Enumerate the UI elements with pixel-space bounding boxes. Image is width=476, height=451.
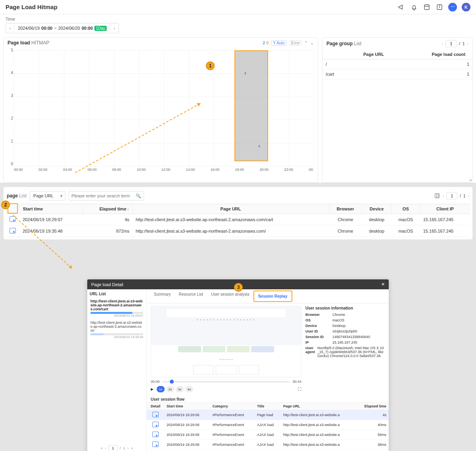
hitmap-title: Page load HITMAP bbox=[8, 40, 49, 46]
col-start[interactable]: Start time bbox=[164, 403, 210, 410]
speed-1x[interactable]: 1x bbox=[157, 386, 165, 392]
time-next-icon[interactable]: › bbox=[110, 23, 119, 33]
hitmap-chart[interactable]: 5 4 3 2 1 0 00:0002:0004:0006:0008:0010:… bbox=[4, 48, 318, 175]
pager-prev-icon[interactable]: ‹ bbox=[105, 446, 106, 450]
avatar[interactable]: K bbox=[462, 3, 470, 11]
more-menu-icon[interactable]: ⋯ bbox=[448, 3, 457, 11]
data-point bbox=[245, 72, 246, 75]
pager-prev-icon[interactable]: ‹ bbox=[442, 42, 443, 46]
table-row[interactable]: 2024/06/19 18:29:08#PerformanceEventAJAX… bbox=[147, 450, 389, 451]
detail-icon[interactable] bbox=[152, 422, 159, 427]
error-toggle[interactable]: Error bbox=[289, 40, 302, 46]
pager-prev-icon[interactable]: ‹ bbox=[443, 194, 444, 198]
callout-2-box bbox=[8, 203, 18, 214]
kv-row: DeviceDesktop bbox=[305, 323, 385, 329]
time-range-picker[interactable]: ‹ 2024/06/19 00:00 ~ 2024/06/20 00:00 1D… bbox=[6, 23, 119, 33]
pager-current-input[interactable] bbox=[445, 40, 457, 47]
col-elapsed[interactable]: Elapsed time bbox=[356, 403, 389, 410]
col-os[interactable]: OS bbox=[392, 204, 420, 214]
col-category[interactable]: Category bbox=[210, 403, 255, 410]
table-row[interactable]: 2024/06/19 18:29:08#PerformanceEventAJAX… bbox=[147, 420, 389, 430]
tab-resource-list[interactable]: Resource List bbox=[175, 289, 207, 303]
bell-icon[interactable] bbox=[410, 3, 418, 11]
sort-desc-icon: ↓ bbox=[127, 207, 129, 211]
table-row[interactable]: 2024/06/19 19:35:48 872ms http://test-cl… bbox=[6, 226, 470, 237]
search-input-wrap[interactable]: 🔍 bbox=[69, 191, 144, 201]
col-title[interactable]: Title bbox=[255, 403, 281, 410]
col-device[interactable]: Device bbox=[362, 204, 391, 214]
page-group-pager[interactable]: ‹ / 1 › bbox=[442, 40, 468, 47]
pager-last-icon[interactable]: » bbox=[131, 446, 133, 450]
tab-summary[interactable]: Summary bbox=[150, 289, 175, 303]
collapse-down-icon[interactable]: ⌄ bbox=[310, 40, 314, 46]
close-icon[interactable]: ✕ bbox=[381, 282, 385, 287]
table-row[interactable]: 2024/06/19 18:29:08#PerformanceEventAJAX… bbox=[147, 430, 389, 440]
page-list-pager[interactable]: ‹ / 1 › bbox=[443, 192, 469, 199]
pager-total: 1 bbox=[463, 42, 465, 46]
speed-2x[interactable]: 2x bbox=[166, 386, 174, 392]
pager-next-icon[interactable]: › bbox=[127, 446, 129, 450]
detail-icon[interactable] bbox=[10, 228, 16, 233]
pager-total: 1 bbox=[463, 194, 466, 198]
table-row[interactable]: 2024/06/19 18:29:08#PerformanceEventAJAX… bbox=[147, 440, 389, 450]
pager-next-icon[interactable]: › bbox=[467, 42, 468, 46]
time-prev-icon[interactable]: ‹ bbox=[6, 23, 15, 33]
search-input[interactable] bbox=[71, 193, 133, 198]
col-elapsed[interactable]: Elapsed time↓ bbox=[83, 204, 132, 214]
col-page-url[interactable]: Page URL bbox=[322, 50, 425, 59]
col-browser[interactable]: Browser bbox=[329, 204, 362, 214]
col-page-count[interactable]: Page load count bbox=[425, 50, 472, 59]
data-point bbox=[259, 145, 260, 147]
time-from-date: 2024/06/19 bbox=[18, 26, 40, 31]
table-row[interactable]: 2024/06/19 18:29:06#PerformanceEventPage… bbox=[147, 410, 389, 420]
columns-icon[interactable] bbox=[433, 192, 441, 200]
kv-row: User agentMozilla/5.0 (Macintosh; Intel … bbox=[305, 345, 385, 359]
play-icon[interactable]: ▶ bbox=[151, 387, 154, 391]
pager-current-input[interactable] bbox=[109, 445, 117, 451]
col-url[interactable]: Page URL bbox=[132, 204, 329, 214]
url-list-title: URL List bbox=[90, 292, 144, 296]
tab-user-session-analysis[interactable]: User session analysis bbox=[207, 289, 253, 303]
replay-scrubber[interactable] bbox=[162, 381, 290, 382]
pager-current-input[interactable] bbox=[446, 192, 457, 199]
speed-3x[interactable]: 3x bbox=[176, 386, 184, 392]
time-to-date: 2024/06/20 bbox=[58, 26, 80, 31]
speed-4x[interactable]: 4x bbox=[185, 386, 193, 392]
table-row[interactable]: /1 bbox=[322, 59, 472, 69]
search-icon[interactable]: 🔍 bbox=[136, 193, 141, 199]
pager-first-icon[interactable]: « bbox=[101, 446, 103, 450]
url-list-item[interactable]: http://test-client.jtest.ai.s3-website.a… bbox=[90, 298, 144, 319]
info-icon[interactable] bbox=[436, 3, 443, 11]
layout-icon[interactable] bbox=[423, 3, 431, 11]
user-session-flow-title: User session flow bbox=[147, 395, 389, 402]
megaphone-icon[interactable] bbox=[397, 3, 405, 11]
detail-icon[interactable] bbox=[152, 432, 159, 437]
url-list-item[interactable]: http://test-client.jtest.ai.s3-website.a… bbox=[90, 319, 144, 340]
col-ip[interactable]: Client IP bbox=[420, 204, 470, 214]
url-list-pager[interactable]: « ‹ / 1 › » bbox=[90, 443, 144, 451]
detail-icon[interactable] bbox=[152, 412, 159, 417]
page-list-title: page List bbox=[7, 193, 27, 199]
hitmap-counts: 2 0 bbox=[263, 40, 269, 45]
time-start: 00:00 bbox=[151, 380, 160, 384]
svg-point-2 bbox=[440, 5, 440, 6]
kv-row: Session ID1480748341338840640 bbox=[305, 334, 385, 340]
time-badge: 1Day bbox=[94, 26, 107, 31]
y-auto-toggle[interactable]: Y Auto bbox=[271, 40, 286, 46]
col-url[interactable]: Page URL bbox=[281, 403, 356, 410]
fullscreen-icon[interactable]: ⛶ bbox=[298, 387, 301, 391]
collapse-up-icon[interactable]: ⌃ bbox=[304, 40, 308, 46]
table-row[interactable]: /cart1 bbox=[322, 69, 472, 79]
svg-rect-0 bbox=[424, 5, 429, 10]
col-start-time[interactable]: Start time bbox=[19, 204, 83, 214]
kv-row: IP15.165.167.245 bbox=[305, 340, 385, 345]
resize-grip-icon[interactable]: ◢ bbox=[469, 178, 472, 182]
detail-icon[interactable] bbox=[152, 441, 159, 447]
replay-preview: • • • • • • • • • • • • • • • • • • • • … bbox=[151, 306, 301, 377]
filter-field-select[interactable]: Page URL bbox=[30, 191, 65, 201]
col-detail[interactable]: Detail bbox=[147, 403, 164, 410]
tab-session-replay[interactable]: Session Replay bbox=[253, 290, 292, 302]
pager-next-icon[interactable]: › bbox=[468, 194, 469, 198]
time-to-time: 00:00 bbox=[82, 26, 93, 31]
table-row[interactable]: 2024/06/19 18:29:07 4s http://test-clien… bbox=[6, 214, 470, 226]
